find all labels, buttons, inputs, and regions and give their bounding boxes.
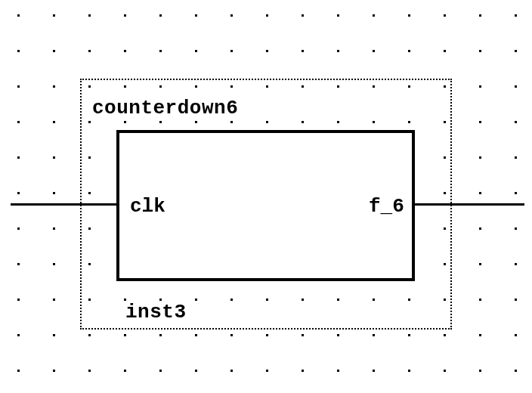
grid-dot	[444, 299, 446, 301]
grid-dot	[337, 121, 339, 123]
grid-dot	[195, 370, 197, 372]
grid-dot	[17, 370, 20, 372]
grid-dot	[159, 14, 162, 17]
grid-dot	[124, 14, 126, 17]
grid-dot	[266, 14, 268, 17]
grid-dot	[17, 50, 20, 52]
grid-dot	[195, 14, 197, 17]
grid-dot	[230, 121, 233, 123]
grid-dot	[373, 85, 375, 88]
grid-dot	[195, 334, 197, 336]
grid-dot	[302, 370, 304, 372]
grid-dot	[515, 50, 517, 52]
grid-dot	[479, 263, 481, 265]
grid-dot	[230, 14, 233, 17]
grid-dot	[53, 227, 55, 230]
grid-dot	[479, 334, 481, 336]
module-instance-label: inst3	[125, 301, 187, 323]
grid-dot	[479, 227, 481, 230]
grid-dot	[337, 85, 339, 88]
grid-dot	[195, 299, 197, 301]
grid-dot	[17, 85, 20, 88]
grid-dot	[53, 50, 55, 52]
grid-dot	[373, 14, 375, 17]
grid-dot	[230, 50, 233, 52]
grid-dot	[479, 299, 481, 301]
grid-dot	[302, 334, 304, 336]
grid-dot	[479, 370, 481, 372]
grid-dot	[302, 14, 304, 17]
grid-dot	[17, 227, 20, 230]
grid-dot	[302, 85, 304, 88]
grid-dot	[515, 227, 517, 230]
grid-dot	[88, 156, 91, 159]
grid-dot	[159, 121, 162, 123]
grid-dot	[302, 50, 304, 52]
grid-dot	[444, 192, 446, 194]
grid-dot	[444, 50, 446, 52]
grid-dot	[408, 85, 410, 88]
grid-dot	[159, 50, 162, 52]
grid-dot	[302, 121, 304, 123]
grid-dot	[53, 85, 55, 88]
grid-dot	[88, 227, 91, 230]
grid-dot	[266, 121, 268, 123]
grid-dot	[337, 334, 339, 336]
grid-dot	[17, 192, 20, 194]
grid-dot	[373, 299, 375, 301]
grid-dot	[515, 370, 517, 372]
grid-dot	[479, 50, 481, 52]
grid-dot	[266, 299, 268, 301]
grid-dot	[53, 156, 55, 159]
grid-dot	[88, 334, 91, 336]
grid-dot	[230, 334, 233, 336]
grid-dot	[408, 14, 410, 17]
grid-dot	[479, 121, 481, 123]
grid-dot	[515, 85, 517, 88]
grid-dot	[515, 192, 517, 194]
grid-dot	[17, 299, 20, 301]
grid-dot	[373, 121, 375, 123]
grid-dot	[53, 121, 55, 123]
grid-dot	[88, 85, 91, 88]
grid-dot	[124, 85, 126, 88]
grid-dot	[266, 85, 268, 88]
grid-dot	[408, 121, 410, 123]
grid-dot	[53, 14, 55, 17]
grid-dot	[408, 370, 410, 372]
grid-dot	[159, 299, 162, 301]
grid-dot	[88, 121, 91, 123]
grid-dot	[444, 121, 446, 123]
grid-dot	[88, 14, 91, 17]
grid-dot	[88, 263, 91, 265]
grid-dot	[444, 156, 446, 159]
module-type-label: counterdown6	[92, 97, 238, 119]
grid-dot	[88, 192, 91, 194]
grid-dot	[88, 370, 91, 372]
grid-dot	[230, 85, 233, 88]
grid-dot	[53, 370, 55, 372]
grid-dot	[17, 121, 20, 123]
grid-dot	[479, 14, 481, 17]
grid-dot	[17, 14, 20, 17]
grid-dot	[444, 85, 446, 88]
grid-dot	[124, 370, 126, 372]
grid-dot	[88, 299, 91, 301]
port-input-label: clk	[130, 195, 165, 218]
grid-dot	[266, 334, 268, 336]
grid-dot	[230, 370, 233, 372]
grid-dot	[408, 50, 410, 52]
grid-dot	[195, 50, 197, 52]
grid-dot	[479, 156, 481, 159]
grid-dot	[266, 50, 268, 52]
grid-dot	[444, 370, 446, 372]
wire-input	[11, 203, 116, 206]
grid-dot	[373, 334, 375, 336]
grid-dot	[230, 299, 233, 301]
grid-dot	[124, 334, 126, 336]
grid-dot	[124, 50, 126, 52]
grid-dot	[337, 14, 339, 17]
grid-dot	[515, 263, 517, 265]
grid-dot	[195, 121, 197, 123]
grid-dot	[53, 334, 55, 336]
